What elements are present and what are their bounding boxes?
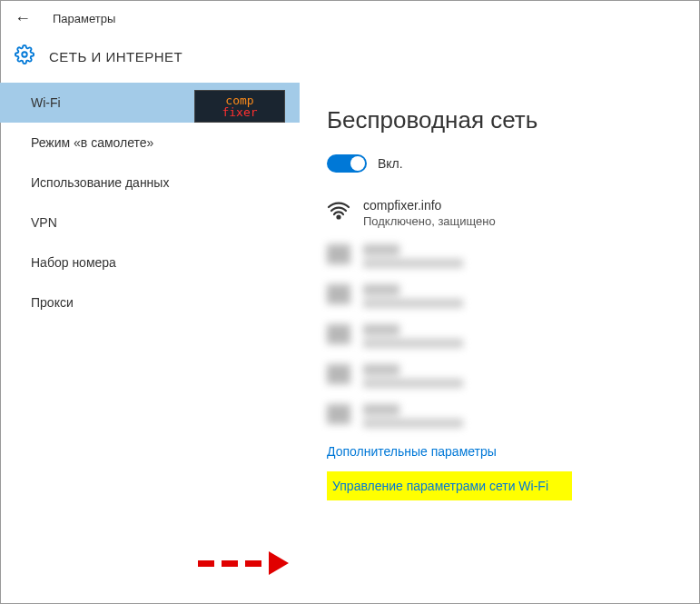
sidebar-item-data-usage[interactable]: Использование данных [0,163,300,203]
sidebar-item-airplane[interactable]: Режим «в самолете» [0,123,300,163]
network-name: compfixer.info [363,198,496,213]
network-item-connected[interactable]: compfixer.info Подключено, защищено [327,198,673,228]
logo-badge: comp fixer [194,90,285,123]
section-title: СЕТЬ И ИНТЕРНЕТ [49,49,182,64]
network-item-blurred [327,324,673,348]
sidebar-item-label: Набор номера [31,255,116,270]
sidebar-item-label: Wi-Fi [31,95,61,110]
wifi-toggle[interactable] [327,154,367,173]
sidebar-item-proxy[interactable]: Прокси [0,282,300,322]
network-item-blurred [327,284,673,308]
sidebar-item-vpn[interactable]: VPN [0,203,300,243]
wifi-icon [327,200,350,220]
toggle-knob [350,156,365,171]
logo-line2: fixer [222,106,257,118]
sidebar-item-label: Режим «в самолете» [31,135,153,150]
main-content: Беспроводная сеть Вкл. compfixer.info По… [300,83,700,604]
sidebar-item-label: Использование данных [31,175,169,190]
svg-point-1 [338,216,340,219]
sidebar-item-dialup[interactable]: Набор номера [0,243,300,282]
toggle-label: Вкл. [378,156,403,171]
header-title: Параметры [53,12,115,25]
svg-point-0 [22,52,27,57]
sidebar-item-wifi[interactable]: Wi-Fi comp fixer [0,83,300,123]
section-header: СЕТЬ И ИНТЕРНЕТ [0,37,700,83]
link-manage-wifi[interactable]: Управление параметрами сети Wi-Fi [327,471,572,500]
network-item-blurred [327,364,673,388]
link-advanced-settings[interactable]: Дополнительные параметры [327,444,673,459]
back-arrow-icon[interactable]: ← [15,9,31,28]
arrow-annotation [198,551,289,575]
sidebar: Wi-Fi comp fixer Режим «в самолете» Испо… [0,83,300,604]
network-item-blurred [327,244,673,268]
page-title: Беспроводная сеть [327,106,673,134]
header: ← Параметры [0,0,700,37]
arrow-triangle-icon [269,551,289,575]
network-status: Подключено, защищено [363,214,496,228]
sidebar-item-label: Прокси [31,295,74,310]
sidebar-item-label: VPN [31,215,57,230]
wifi-toggle-row: Вкл. [327,154,673,173]
network-item-blurred [327,404,673,428]
gear-icon [15,45,35,68]
